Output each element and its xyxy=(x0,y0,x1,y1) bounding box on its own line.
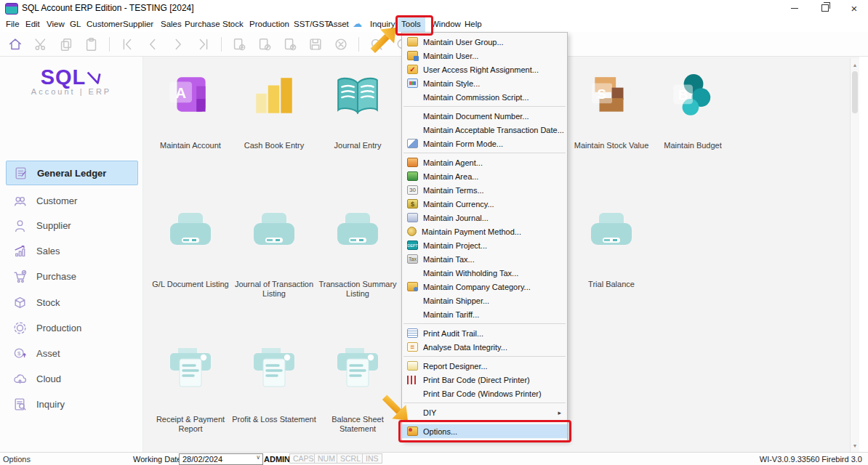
menu-edit[interactable]: Edit xyxy=(25,16,40,32)
tile-cash-book-entry[interactable]: Cash Book Entry xyxy=(230,73,318,150)
tile-balance-sheet-statement[interactable]: Balance Sheet Statement xyxy=(314,347,401,434)
tile-maintain-account[interactable]: Maintain Account xyxy=(147,73,234,150)
menu-supplier[interactable]: Supplier xyxy=(123,16,153,32)
delete-document-icon[interactable] xyxy=(281,35,300,54)
cloud-icon[interactable]: ☁ xyxy=(353,16,362,32)
menu-item-maintain-journal[interactable]: Maintain Journal... xyxy=(402,211,567,225)
tile-profit-loss-statement[interactable]: Profit & Loss Statement xyxy=(230,347,318,424)
sidebar-item-customer[interactable]: Customer xyxy=(6,193,137,209)
menu-item-maintain-form-mode[interactable]: Maintain Form Mode... xyxy=(402,137,567,150)
menu-item-print-audit-trail[interactable]: Print Audit Trail... xyxy=(402,326,567,340)
payment-method-icon xyxy=(407,227,417,236)
menu-item-maintain-document-number[interactable]: Maintain Document Number... xyxy=(402,109,567,123)
menu-inquiry[interactable]: Inquiry xyxy=(370,16,395,32)
sidebar-item-asset[interactable]: $ Asset xyxy=(6,345,137,361)
menu-item-maintain-terms[interactable]: Maintain Terms... xyxy=(402,183,567,197)
menu-separator xyxy=(403,356,566,357)
menu-item-maintain-withholding-tax[interactable]: Maintain Withholding Tax... xyxy=(402,266,567,280)
sidebar-item-sales[interactable]: Sales xyxy=(6,243,137,259)
menu-asset[interactable]: Asset xyxy=(328,16,349,32)
tile-journal-entry[interactable]: Journal Entry xyxy=(314,73,401,150)
tile-maintain-stock-value[interactable]: Maintain Stock Value xyxy=(568,73,655,150)
menu-item-print-bar-code-direct[interactable]: Print Bar Code (Direct Printer) xyxy=(402,373,567,387)
menu-item-maintain-style[interactable]: Maintain Style... xyxy=(402,76,567,90)
menu-sales[interactable]: Sales xyxy=(161,16,182,32)
tile-maintain-budget[interactable]: Maintain Budget xyxy=(649,73,736,150)
stock-icon xyxy=(12,294,28,310)
tile-transaction-summary-listing[interactable]: Transaction Summary Listing xyxy=(314,211,401,299)
edit-document-icon[interactable] xyxy=(255,35,274,54)
menu-item-maintain-user[interactable]: Maintain User... xyxy=(402,49,567,62)
menu-item-report-designer[interactable]: Report Designer... xyxy=(402,359,567,373)
search-icon[interactable] xyxy=(367,35,386,54)
menu-item-maintain-project[interactable]: Maintain Project... xyxy=(402,238,567,252)
sidebar-item-inquiry[interactable]: Inquiry xyxy=(6,396,137,412)
nav-first-icon[interactable] xyxy=(118,35,137,54)
menu-purchase[interactable]: Purchase xyxy=(185,16,220,32)
menu-item-maintain-tax[interactable]: Maintain Tax... xyxy=(402,252,567,266)
vertical-scrollbar[interactable] xyxy=(850,58,859,452)
scroll-up-icon[interactable] xyxy=(851,60,859,70)
menu-customer[interactable]: Customer xyxy=(87,16,123,32)
menu-window[interactable]: Window xyxy=(431,16,461,32)
menu-item-maintain-user-group[interactable]: Maintain User Group... xyxy=(402,35,567,49)
menu-help[interactable]: Help xyxy=(465,16,482,32)
form-mode-icon xyxy=(407,139,418,148)
home-icon[interactable] xyxy=(6,35,25,54)
working-date-select[interactable]: 28/02/2024 xyxy=(179,453,263,465)
menu-tools[interactable]: Tools xyxy=(397,16,425,32)
sidebar-item-cloud[interactable]: Cloud xyxy=(6,371,137,387)
menu-view[interactable]: View xyxy=(47,16,65,32)
menu-item-maintain-currency[interactable]: Maintain Currency... xyxy=(402,197,567,211)
menu-item-maintain-agent[interactable]: Maintain Agent... xyxy=(402,155,567,169)
nav-previous-icon[interactable] xyxy=(143,35,162,54)
tile-journal-of-transaction-listing[interactable]: Journal of Transaction Listing xyxy=(230,211,318,299)
menu-item-options[interactable]: Options... xyxy=(402,424,567,438)
menu-production[interactable]: Production xyxy=(249,16,289,32)
menu-item-maintain-tariff[interactable]: Maintain Tariff... xyxy=(402,307,567,321)
menu-file[interactable]: File xyxy=(6,16,20,32)
menu-item-maintain-payment-method[interactable]: Maintain Payment Method... xyxy=(402,225,567,238)
sidebar-item-production[interactable]: Production xyxy=(6,320,137,336)
restore-icon[interactable] xyxy=(813,0,837,16)
copy-icon[interactable] xyxy=(57,35,76,54)
menu-item-print-bar-code-windows[interactable]: Print Bar Code (Windows Printer) xyxy=(402,387,567,400)
menu-item-maintain-area[interactable]: Maintain Area... xyxy=(402,169,567,183)
menu-item-maintain-acceptable-transaction-date[interactable]: Maintain Acceptable Transaction Date... xyxy=(402,123,567,137)
menu-item-maintain-commission-script[interactable]: Maintain Commission Script... xyxy=(402,90,567,104)
menu-item-maintain-company-category[interactable]: Maintain Company Category... xyxy=(402,280,567,294)
minimize-icon[interactable] xyxy=(782,0,807,16)
cut-icon[interactable] xyxy=(31,35,50,54)
nav-last-icon[interactable] xyxy=(194,35,213,54)
menu-gl[interactable]: GL xyxy=(70,16,81,32)
production-icon xyxy=(12,320,28,336)
menu-stock[interactable]: Stock xyxy=(222,16,244,32)
save-icon[interactable] xyxy=(306,35,325,54)
new-document-icon[interactable] xyxy=(230,35,249,54)
sidebar-item-stock[interactable]: Stock xyxy=(6,294,137,310)
nav-next-icon[interactable] xyxy=(169,35,188,54)
version-text: WI-V3.0.9.33560 Firebird 3.0 xyxy=(760,455,862,464)
menu-sst-gst[interactable]: SST/GST xyxy=(294,16,329,32)
sidebar-item-supplier[interactable]: Supplier xyxy=(6,217,137,233)
menu-item-maintain-shipper[interactable]: Maintain Shipper... xyxy=(402,294,567,307)
sidebar-item-purchase[interactable]: Purchase xyxy=(6,268,137,284)
asset-icon: $ xyxy=(12,345,28,361)
menu-item-diy[interactable]: DIY xyxy=(402,405,567,419)
tile-receipt-payment-report[interactable]: Receipt & Payment Report xyxy=(147,347,234,434)
cloud-icon xyxy=(12,371,28,387)
cancel-icon[interactable] xyxy=(331,35,350,54)
tile-trial-balance[interactable]: Trial Balance xyxy=(568,211,655,289)
scrollbar-thumb[interactable] xyxy=(852,71,858,113)
sidebar-item-general-ledger[interactable]: General Ledger xyxy=(6,161,138,185)
printer-report-icon xyxy=(147,347,234,397)
close-icon[interactable]: × xyxy=(842,0,867,16)
paste-icon[interactable] xyxy=(82,35,101,54)
cashbook-tile-icon xyxy=(230,73,318,124)
chevron-down-icon xyxy=(256,454,260,461)
tile-gl-document-listing[interactable]: G/L Document Listing xyxy=(147,211,234,289)
menu-item-analyse-data-integrity[interactable]: Analyse Data Integrity... xyxy=(402,340,567,354)
sidebar: SQL Account | ERP General Ledger Custome… xyxy=(0,57,143,452)
menu-item-user-access-right-assignment[interactable]: User Access Right Assignment... xyxy=(402,62,567,76)
scroll-down-icon[interactable] xyxy=(851,440,859,450)
